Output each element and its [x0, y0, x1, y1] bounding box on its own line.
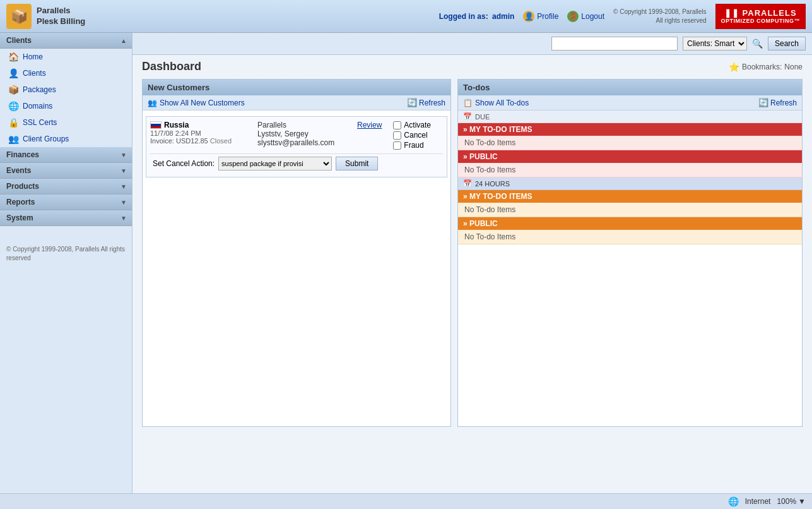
sidebar-home-label: Home: [23, 52, 43, 61]
new-customers-refresh-button[interactable]: 🔄 Refresh: [407, 98, 445, 107]
fraud-label: Fraud: [404, 141, 423, 150]
header: 📦 Parallels Plesk Billing Logged in as: …: [0, 0, 812, 33]
my-todo-items-due[interactable]: » MY TO-DO ITEMS: [458, 123, 802, 136]
page-title: Dashboard: [142, 60, 201, 73]
app-name-line2: Plesk Billing: [37, 16, 85, 27]
domains-icon: 🌐: [8, 100, 19, 112]
bookmarks-value: None: [784, 63, 803, 71]
customer-date: 11/7/08 2:24 PM: [150, 129, 251, 137]
header-copyright: © Copyright 1999-2008, ParallelsAll righ…: [613, 8, 706, 25]
customer-info: Russia 11/7/08 2:24 PM Invoice: USD12.85…: [150, 121, 251, 145]
todos-refresh-button[interactable]: 🔄 Refresh: [758, 98, 797, 107]
cancel-checkbox[interactable]: [393, 131, 401, 140]
bookmarks-label: Bookmarks:: [742, 63, 782, 71]
search-icon[interactable]: 🔍: [752, 39, 763, 49]
sidebar-finances-header[interactable]: Finances ▼: [0, 147, 132, 163]
sidebar-domains-label: Domains: [23, 102, 52, 111]
sidebar-system-header[interactable]: System ▼: [0, 210, 132, 226]
zoom-control[interactable]: 100% ▼: [777, 497, 806, 506]
products-chevron-icon: ▼: [121, 183, 127, 190]
my-todo-hours-no-items: No To-do Items: [464, 205, 515, 214]
profile-button[interactable]: 👤 Profile: [523, 11, 558, 22]
invoice-status: Closed: [210, 137, 232, 145]
profile-label: Profile: [537, 12, 558, 21]
search-filter-select[interactable]: Clients: Smart: [683, 37, 747, 51]
sidebar-item-clients[interactable]: 👤 Clients: [0, 65, 132, 81]
todos-subbar: 📋 Show All To-dos 🔄 Refresh: [458, 95, 802, 111]
activate-checkbox[interactable]: [393, 121, 401, 129]
parallels-logo-text: ❚❚ PARALLELS: [724, 8, 797, 18]
sidebar-item-client-groups[interactable]: 👥 Client Groups: [0, 131, 132, 147]
my-todo-due-label: » MY TO-DO ITEMS: [463, 125, 533, 134]
show-all-todos-link[interactable]: 📋 Show All To-dos: [463, 99, 529, 107]
public-due[interactable]: » PUBLIC: [458, 150, 802, 163]
customer-actions: Activate Cancel Fraud: [393, 121, 431, 150]
footer-copyright: © Copyright 1999-2008, Parallels All rig…: [6, 246, 125, 261]
new-customers-refresh-label: Refresh: [419, 99, 445, 107]
sidebar-packages-label: Packages: [23, 85, 56, 94]
new-customers-panel: New Customers 👥 Show All New Customers 🔄…: [142, 79, 451, 427]
sidebar-item-domains[interactable]: 🌐 Domains: [0, 98, 132, 114]
my-todo-due-empty: No To-do Items: [458, 136, 802, 150]
clients-header-label: Clients: [6, 36, 32, 45]
dashboard-panels: New Customers 👥 Show All New Customers 🔄…: [132, 76, 812, 433]
public-due-no-items: No To-do Items: [464, 165, 515, 174]
public-hours-no-items: No To-do Items: [464, 232, 515, 241]
cancel-action-select[interactable]: suspend package if provisi: [218, 157, 332, 171]
sidebar-products-header[interactable]: Products ▼: [0, 179, 132, 195]
public-hours[interactable]: » PUBLIC: [458, 217, 802, 230]
fraud-checkbox-row: Fraud: [393, 141, 431, 150]
todos-refresh-label: Refresh: [770, 99, 797, 107]
logout-button[interactable]: 🚪 Logout: [567, 11, 604, 22]
sidebar-clients-header[interactable]: Clients ▲: [0, 33, 132, 49]
logged-in-text: Logged in as:: [439, 12, 488, 21]
my-todo-hours-empty: No To-do Items: [458, 203, 802, 217]
system-chevron-icon: ▼: [121, 215, 127, 222]
show-all-customers-link[interactable]: 👥 Show All New Customers: [148, 99, 245, 107]
search-input[interactable]: [551, 37, 678, 51]
customer-invoice: Invoice: USD12.85 Closed: [150, 137, 251, 145]
public-due-label: » PUBLIC: [463, 152, 498, 161]
sidebar-events-header[interactable]: Events ▼: [0, 163, 132, 179]
cancel-action-section: Set Cancel Action: suspend package if pr…: [150, 153, 443, 173]
packages-icon: 📦: [8, 84, 19, 95]
header-right: Logged in as: admin 👤 Profile 🚪 Logout ©…: [439, 4, 806, 29]
sidebar-item-packages[interactable]: 📦 Packages: [0, 81, 132, 98]
clients-icon: 👤: [8, 68, 19, 79]
finances-header-label: Finances: [6, 150, 39, 159]
app-title: Parallels Plesk Billing: [37, 6, 85, 27]
cancel-label: Cancel: [404, 131, 427, 140]
sidebar-item-ssl-certs[interactable]: 🔒 SSL Certs: [0, 114, 132, 131]
sidebar: Clients ▲ 🏠 Home 👤 Clients 📦 Packages 🌐 …: [0, 33, 132, 493]
search-button[interactable]: Search: [768, 37, 806, 51]
refresh-icon: 🔄: [407, 98, 417, 107]
my-todo-items-hours[interactable]: » MY TO-DO ITEMS: [458, 190, 802, 203]
review-link[interactable]: Review: [357, 121, 382, 129]
client-groups-icon: 👥: [8, 133, 19, 145]
hours-label: 24 HOURS: [475, 180, 510, 188]
customer-row: Russia 11/7/08 2:24 PM Invoice: USD12.85…: [146, 116, 447, 177]
sidebar-ssl-label: SSL Certs: [23, 118, 57, 127]
submit-button[interactable]: Submit: [336, 157, 378, 171]
invoice-label: Invoice: USD12.85: [150, 137, 208, 145]
bookmarks-icon: ⭐: [729, 62, 739, 72]
clients-chevron-icon: ▲: [121, 37, 127, 44]
due-label: DUE: [475, 113, 490, 121]
cancel-action-label: Set Cancel Action:: [153, 159, 215, 168]
logged-in-label: Logged in as: admin: [439, 12, 515, 21]
sidebar-reports-header[interactable]: Reports ▼: [0, 195, 132, 210]
customer-contact: Parallels Lyststv, Sergey slysttsv@paral…: [257, 121, 346, 147]
system-header-label: System: [6, 213, 33, 222]
todos-panel: To-dos 📋 Show All To-dos 🔄 Refresh �: [457, 79, 803, 427]
show-all-icon: 👥: [148, 99, 157, 107]
sidebar-item-home[interactable]: 🏠 Home: [0, 49, 132, 65]
my-todo-due-no-items: No To-do Items: [464, 138, 515, 147]
statusbar: 🌐 Internet 100% ▼: [0, 493, 812, 509]
parallels-brand-logo: ❚❚ PARALLELS OPTIMIZED COMPUTING™: [715, 4, 806, 29]
username: admin: [492, 12, 514, 21]
profile-icon: 👤: [523, 11, 534, 22]
fraud-checkbox[interactable]: [393, 141, 401, 150]
calendar-icon: 📅: [463, 112, 472, 121]
show-all-todos-icon: 📋: [463, 99, 473, 107]
new-customers-content: Russia 11/7/08 2:24 PM Invoice: USD12.85…: [143, 111, 450, 426]
